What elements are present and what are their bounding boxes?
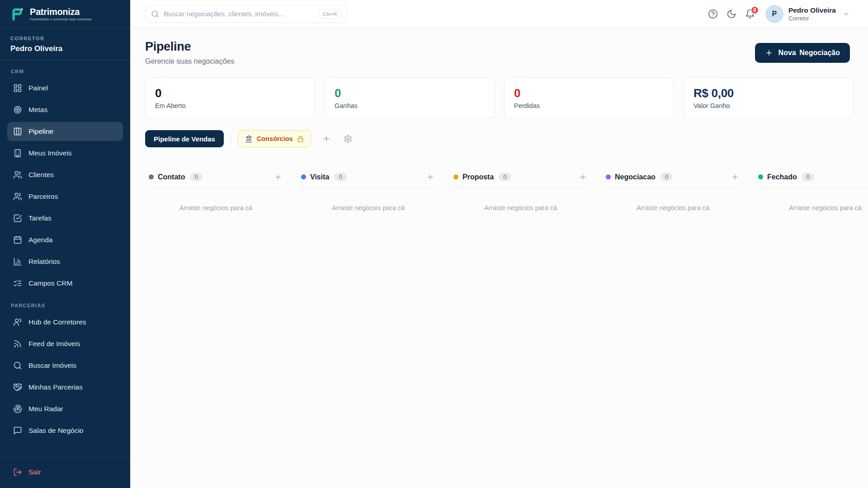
check-square-icon [13, 214, 22, 223]
logout-button[interactable]: Sair [7, 463, 123, 482]
sidebar-item-hub-de-corretores[interactable]: Hub de Corretores [7, 313, 123, 332]
kanban-column-proposta: Proposta 0 Arraste negócios para cá [453, 173, 588, 488]
empty-drop-hint: Arraste negócios para cá [484, 204, 557, 211]
column-count-badge: 0 [660, 173, 673, 181]
add-card-button[interactable] [274, 173, 282, 181]
calendar-icon [13, 235, 22, 244]
building-icon [13, 149, 22, 158]
stat-value: R$ 0,00 [693, 86, 844, 100]
column-title: Negociacao [615, 173, 656, 181]
empty-drop-hint: Arraste negócios para cá [179, 204, 252, 211]
kanban-column-contato: Contato 0 Arraste negócios para cá [149, 173, 283, 488]
sidebar-item-label: Agenda [28, 236, 52, 244]
radar-icon [13, 404, 22, 413]
rss-icon [13, 339, 22, 348]
chat-icon [13, 426, 22, 435]
add-pipeline-button[interactable] [322, 134, 331, 143]
column-drop-area[interactable]: Arraste negócios para cá [301, 188, 435, 212]
sidebar-item-meu-radar[interactable]: Meu Radar [7, 399, 123, 418]
sidebar-item-salas-de-negocio[interactable]: Salas de Negócio [7, 421, 123, 440]
stat-card-perdidas: 0 Perdidas [504, 77, 674, 118]
sidebar-item-label: Metas [28, 106, 47, 114]
page-content: Pipeline Gerencie suas negociações Nova … [130, 28, 868, 488]
brand-tagline: Possibilitando e acelerando suas conquis… [30, 18, 92, 21]
topbar-actions: 8 P Pedro Oliveira Corretor [708, 5, 850, 23]
notifications-button[interactable]: 8 [745, 9, 755, 19]
dark-mode-toggle-icon[interactable] [726, 9, 736, 19]
users-icon [13, 192, 22, 201]
user-menu[interactable]: P Pedro Oliveira Corretor [765, 5, 850, 23]
sidebar-item-clientes[interactable]: Clientes [7, 165, 123, 184]
topbar-user-role: Corretor [788, 15, 836, 22]
stat-label: Ganhas [335, 102, 485, 109]
status-dot [453, 174, 458, 179]
page-header: Pipeline Gerencie suas negociações Nova … [145, 40, 850, 66]
add-card-button[interactable] [731, 173, 739, 181]
logout-icon [13, 468, 22, 477]
sidebar-item-buscar-imoveis[interactable]: Buscar Imóveis [7, 356, 123, 375]
sidebar-item-pipeline[interactable]: Pipeline [7, 122, 123, 141]
column-count-badge: 0 [499, 173, 511, 181]
column-drop-area[interactable]: Arraste negócios para cá [149, 188, 283, 212]
page-title: Pipeline [145, 40, 234, 54]
sidebar-item-minhas-parcerias[interactable]: Minhas Parcerias [7, 378, 123, 397]
sidebar-item-campos-crm[interactable]: Campos CRM [7, 274, 123, 293]
avatar: P [765, 5, 783, 23]
add-card-button[interactable] [579, 173, 587, 181]
kanban-column-negociacao: Negociacao 0 Arraste negócios para cá [606, 173, 740, 488]
chevron-down-icon [843, 10, 850, 18]
brand-logo[interactable]: Patrimoniza Possibilitando e acelerando … [0, 0, 130, 28]
sidebar-item-label: Tarefas [28, 214, 52, 222]
sidebar-item-relatorios[interactable]: Relatórios [7, 252, 123, 271]
global-search[interactable]: Ctrl+K [145, 5, 347, 23]
sidebar-user-block: CORRETOR Pedro Oliveira [0, 28, 130, 61]
stat-value: 0 [335, 86, 485, 100]
sidebar-user-name: Pedro Oliveira [10, 44, 120, 53]
target-icon [13, 105, 22, 114]
logout-label: Sair [28, 468, 41, 476]
column-drop-area[interactable]: Arraste negócios para cá [758, 188, 868, 212]
tab-pipeline-de-vendas[interactable]: Pipeline de Vendas [145, 130, 224, 147]
sidebar-item-tarefas[interactable]: Tarefas [7, 209, 123, 228]
column-count-badge: 0 [334, 173, 347, 181]
sidebar-item-metas[interactable]: Metas [7, 100, 123, 119]
new-deal-button[interactable]: Nova Negociação [755, 43, 850, 63]
landmark-icon [245, 135, 253, 143]
column-title: Proposta [462, 173, 494, 181]
empty-drop-hint: Arraste negócios para cá [789, 204, 862, 211]
tab-divider [231, 133, 231, 145]
page-subtitle: Gerencie suas negociações [145, 57, 234, 66]
stat-value: 0 [514, 86, 664, 100]
stats-row: 0 Em Aberto 0 Ganhas 0 Perdidas R$ 0,00 … [145, 77, 854, 118]
column-title: Contato [158, 173, 185, 181]
sidebar-item-parceiros[interactable]: Parceiros [7, 187, 123, 206]
sidebar-item-painel[interactable]: Painel [7, 79, 123, 98]
sidebar: Patrimoniza Possibilitando e acelerando … [0, 0, 130, 488]
status-dot [758, 174, 763, 179]
empty-drop-hint: Arraste negócios para cá [332, 204, 405, 211]
sidebar-footer: Sair [0, 457, 130, 488]
new-deal-label: Nova Negociação [778, 49, 840, 57]
sidebar-item-feed-de-imoveis[interactable]: Feed de Imóveis [7, 334, 123, 353]
search-input[interactable] [164, 10, 314, 18]
sidebar-item-agenda[interactable]: Agenda [7, 230, 123, 249]
column-drop-area[interactable]: Arraste negócios para cá [453, 188, 588, 212]
tab-consorcios[interactable]: Consórcios [238, 130, 311, 147]
handshake-icon [13, 383, 22, 392]
sidebar-item-label: Pipeline [28, 127, 53, 136]
help-icon[interactable] [708, 9, 718, 19]
sidebar-item-label: Campos CRM [28, 279, 72, 287]
pipeline-settings-button[interactable] [344, 135, 352, 143]
bar-chart-icon [13, 257, 22, 266]
column-drop-area[interactable]: Arraste negócios para cá [606, 188, 740, 212]
sidebar-item-label: Parceiros [28, 192, 58, 201]
kanban-column-visita: Visita 0 Arraste negócios para cá [301, 173, 435, 488]
add-card-button[interactable] [426, 173, 434, 181]
sidebar-item-label: Feed de Imóveis [28, 340, 80, 348]
sidebar-item-meus-imoveis[interactable]: Meus Imóveis [7, 144, 123, 163]
list-checks-icon [13, 279, 22, 288]
main-area: Ctrl+K 8 P Pedro Oliveira Corretor [130, 0, 868, 488]
status-dot [606, 174, 611, 179]
search-shortcut-badge: Ctrl+K [319, 9, 341, 19]
kanban-column-header: Negociacao 0 [606, 173, 740, 188]
